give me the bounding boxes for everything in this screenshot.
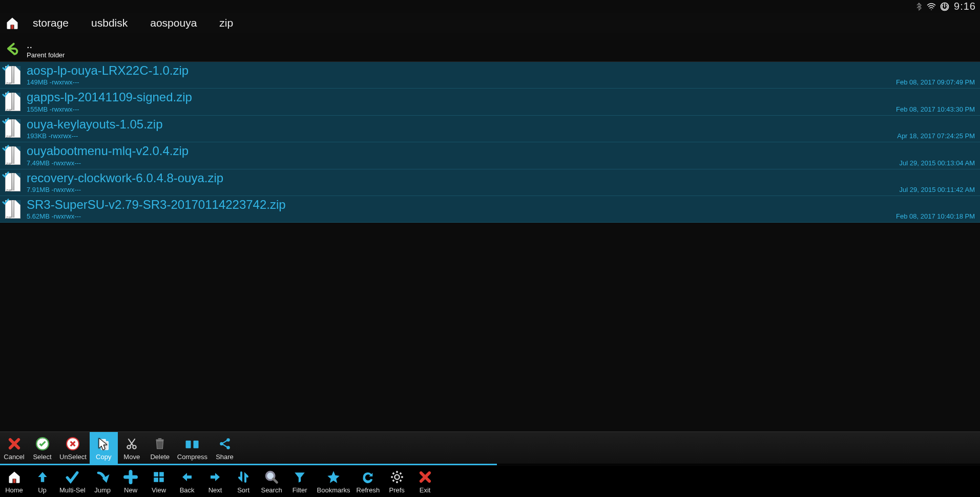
file-list: .. Parent folder ZIP aosp-lp-ouya-LRX22C… [0,36,980,430]
compress-button[interactable]: Compress [174,432,211,464]
select-button[interactable]: Select [28,432,56,464]
button-label: Filter [293,486,307,494]
cancel-button[interactable]: Cancel [0,432,28,464]
button-label: Search [261,486,282,494]
breadcrumb-item[interactable]: aospouya [139,14,208,32]
file-name: gapps-lp-20141109-signed.zip [27,91,976,104]
filter-icon [291,469,308,485]
breadcrumb-item[interactable]: zip [208,14,244,32]
svg-rect-12 [186,440,191,448]
button-label: Bookmarks [317,486,350,494]
svg-rect-18 [154,472,158,477]
file-row[interactable]: ZIP ouyabootmenu-mlq-v2.0.4.zip 7.49MB -… [0,142,980,169]
refresh-button[interactable]: Refresh [353,465,383,497]
zip-file-icon: ZIP [3,199,27,220]
trash-icon [152,436,168,452]
zip-file-icon: ZIP [3,92,27,112]
up-arrow-icon [3,40,27,57]
button-label: UnSelect [59,453,87,461]
button-label: Home [5,486,23,494]
sort-button[interactable]: Sort [230,465,258,497]
file-name: ouyabootmenu-mlq-v2.0.4.zip [27,144,976,158]
breadcrumb-item[interactable]: storage [22,14,80,32]
file-row[interactable]: ZIP recovery-clockwork-6.0.4.8-ouya.zip … [0,169,980,196]
delete-button[interactable]: Delete [146,432,174,464]
svg-rect-20 [154,478,158,482]
grid-icon [151,469,167,485]
gear-icon [389,469,405,485]
star-icon [325,469,342,485]
search-icon [263,469,280,485]
main-toolbar: Home Up Multi-Sel Jump New View Back [0,465,980,497]
view-button[interactable]: View [145,465,173,497]
zip-file-icon: ZIP [3,65,27,85]
svg-rect-11 [158,438,162,439]
scissors-icon [123,436,140,452]
button-label: Select [33,453,51,461]
prefs-button[interactable]: Prefs [383,465,411,497]
power-icon [940,2,950,12]
back-button[interactable]: Back [173,465,201,497]
check-circle-green-icon [34,436,51,452]
home-button[interactable]: Home [0,465,28,497]
new-button[interactable]: New [117,465,145,497]
sort-icon [235,469,252,485]
svg-rect-10 [156,439,164,441]
file-meta: 7.49MB -rwxrwx--- [27,159,976,167]
jump-arrow-icon [94,469,111,485]
bookmarks-button[interactable]: Bookmarks [314,465,353,497]
parent-folder-row[interactable]: .. Parent folder [0,36,980,62]
file-date: Feb 08, 2017 09:07:49 PM [896,78,975,86]
x-red-icon [417,469,433,485]
file-row[interactable]: ZIP ouya-keylayouts-1.05.zip 193KB -rwxr… [0,116,980,142]
file-name: aosp-lp-ouya-LRX22C-1.0.zip [27,64,976,77]
button-label: Cancel [4,453,24,461]
refresh-icon [360,469,376,485]
file-meta: 155MB -rwxrwx--- [27,105,976,113]
unselect-button[interactable]: UnSelect [56,432,90,464]
button-label: Multi-Sel [59,486,86,494]
exit-button[interactable]: Exit [411,465,439,497]
file-name: ouya-keylayouts-1.05.zip [27,118,976,131]
wifi-icon [926,2,936,11]
svg-rect-13 [194,440,199,448]
file-date: Jul 29, 2015 00:13:04 AM [900,159,975,167]
file-meta: 5.62MB -rwxrwx--- [27,212,976,220]
filter-button[interactable]: Filter [286,465,314,497]
status-clock: 9:16 [954,1,976,12]
jump-button[interactable]: Jump [89,465,117,497]
breadcrumb: storage usbdisk aospouya zip [0,13,980,33]
file-row[interactable]: ZIP aosp-lp-ouya-LRX22C-1.0.zip 149MB -r… [0,62,980,89]
search-button[interactable]: Search [258,465,286,497]
up-button[interactable]: Up [28,465,56,497]
compress-icon [184,436,200,452]
share-button[interactable]: Share [211,432,239,464]
button-label: Delete [150,453,170,461]
bluetooth-icon [915,2,923,11]
arrow-right-icon [207,469,223,485]
button-label: Prefs [389,486,404,494]
button-label: Up [38,486,47,494]
button-label: Sort [237,486,249,494]
file-row[interactable]: ZIP SR3-SuperSU-v2.79-SR3-20170114223742… [0,196,980,223]
home-icon [6,469,23,485]
button-label: New [124,486,137,494]
multisel-button[interactable]: Multi-Sel [56,465,89,497]
arrow-left-icon [179,469,195,485]
svg-rect-21 [159,478,164,482]
button-label: Refresh [357,486,380,494]
cursor-icon [98,438,109,454]
file-row[interactable]: ZIP gapps-lp-20141109-signed.zip 155MB -… [0,89,980,115]
breadcrumb-item[interactable]: usbdisk [80,14,139,32]
file-date: Jul 29, 2015 00:11:42 AM [900,186,975,193]
file-meta: 7.91MB -rwxrwx--- [27,186,976,193]
file-name: recovery-clockwork-6.0.4.8-ouya.zip [27,171,976,185]
next-button[interactable]: Next [201,465,230,497]
plus-icon [122,469,139,485]
home-root-button[interactable] [3,15,22,31]
share-icon [217,436,233,452]
toolbar-indicator [0,464,497,465]
status-bar: 9:16 [0,0,980,13]
move-button[interactable]: Move [118,432,146,464]
svg-point-23 [394,474,399,479]
